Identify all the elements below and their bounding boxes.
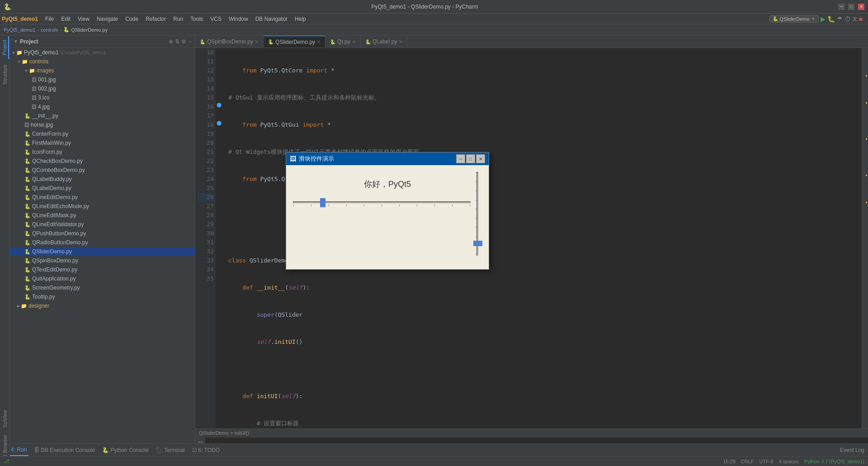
code-editor[interactable]: 10 11 12 13 14 15 16 17 18 19 20 21 22 2… xyxy=(195,48,868,428)
float-hslider-thumb[interactable] xyxy=(320,198,326,207)
float-hslider[interactable] xyxy=(293,201,471,203)
project-collapse-icon[interactable]: − xyxy=(188,38,191,45)
toolbar-coverage-button[interactable]: ☂ xyxy=(837,15,843,23)
maximize-button[interactable]: □ xyxy=(848,4,854,10)
tree-quitapp[interactable]: 🐍 QuitApplication.py xyxy=(10,274,195,283)
floating-dialog[interactable]: 🖼 滑块控件演示 ─ □ ✕ 你好，PyQt5 xyxy=(286,152,489,270)
menu-view[interactable]: View xyxy=(74,15,93,23)
menu-run[interactable]: Run xyxy=(170,15,187,23)
tree-iconform[interactable]: 🐍 IconForm.py xyxy=(10,147,195,157)
tree-quitapp-label: QuitApplication.py xyxy=(32,276,76,282)
sidebar-item-sciview[interactable]: SciView xyxy=(1,406,9,431)
tree-tooltip[interactable]: 🐍 Tooltip.py xyxy=(10,292,195,301)
float-minimize-button[interactable]: ─ xyxy=(456,154,465,163)
qslider-tab-label: QSliderDemo.py xyxy=(275,39,315,45)
terminal-label: Terminal xyxy=(164,447,184,453)
tree-qspinbox[interactable]: 🐍 QSpinBoxDemo.py xyxy=(10,256,195,265)
menu-file[interactable]: File xyxy=(42,15,57,23)
close-button[interactable]: ✕ xyxy=(858,4,864,10)
sidebar-item-structure[interactable]: Structure xyxy=(1,61,9,88)
float-maximize-button[interactable]: □ xyxy=(466,154,475,163)
tree-qlineeditecho[interactable]: 🐍 QLineEditEchoMode.py xyxy=(10,202,195,211)
tree-qslider-selected[interactable]: 🐍 QSliderDemo.py xyxy=(10,247,195,256)
tree-firstmainwin[interactable]: 🐍 FirstMainWin.py xyxy=(10,138,195,147)
tree-qcheckbox-label: QCheckBoxDemo.py xyxy=(32,158,83,164)
toolbar-profile-button[interactable]: ⏱ xyxy=(844,15,851,23)
tab-qlabel[interactable]: 🐍 QLabel.py ✕ xyxy=(361,36,408,48)
bottom-toolbar-python-console[interactable]: 🐍 Python Console xyxy=(100,444,151,456)
qt-tab-close-icon[interactable]: ✕ xyxy=(352,39,356,44)
tree-qpushbutton-label: QPushButtonDemo.py xyxy=(32,230,86,237)
menu-edit[interactable]: Edit xyxy=(57,15,74,23)
project-settings-icon[interactable]: ⚙ xyxy=(181,38,186,45)
tab-qt[interactable]: 🐍 Qt.py ✕ xyxy=(326,36,361,48)
bottom-toolbar-terminal[interactable]: ⬛ Terminal xyxy=(154,444,186,456)
menu-tools[interactable]: Tools xyxy=(187,15,207,23)
tree-centerform[interactable]: 🐍 CenterForm.py xyxy=(10,129,195,138)
float-vslider[interactable] xyxy=(473,172,482,256)
tree-init-py[interactable]: 🐍 __init__.py xyxy=(10,111,195,120)
minimize-button[interactable]: ─ xyxy=(838,4,844,10)
status-indent[interactable]: 4 spaces xyxy=(779,459,799,464)
tree-qlabelbuddy[interactable]: 🐍 QLabelBuddy.py xyxy=(10,175,195,184)
menu-code[interactable]: Code xyxy=(122,15,142,23)
menu-window[interactable]: Window xyxy=(225,15,252,23)
sidebar-item-project[interactable]: Project xyxy=(1,36,9,59)
bottom-toolbar-todo[interactable]: ☑ 6: TODO xyxy=(190,444,222,456)
float-vslider-thumb[interactable] xyxy=(473,241,482,246)
float-dialog-titlebar[interactable]: 🖼 滑块控件演示 ─ □ ✕ xyxy=(286,152,489,165)
code-line-12: from PyQt5.QtGui import * xyxy=(228,120,858,129)
float-close-button[interactable]: ✕ xyxy=(476,154,485,163)
tree-qlabeldemo[interactable]: 🐍 QLabelDemo.py xyxy=(10,184,195,193)
editor-scrollbar[interactable] xyxy=(862,48,868,428)
tree-horsejpg[interactable]: 🖼 horse.jpg xyxy=(10,120,195,129)
toolbar-run-button[interactable]: ▶ xyxy=(821,15,826,23)
tree-qtextedit[interactable]: 🐍 QTextEditDemo.py xyxy=(10,265,195,274)
qslider-tab-close-icon[interactable]: ✕ xyxy=(317,39,321,44)
tree-designer-folder[interactable]: ▶ 📁 designer xyxy=(10,301,195,310)
project-add-icon[interactable]: ⊕ xyxy=(169,38,173,45)
qspinbox-tab-close-icon[interactable]: ✕ xyxy=(255,39,259,44)
tree-002jpg[interactable]: 🖼 002.jpg xyxy=(10,84,195,93)
status-encoding[interactable]: UTF-8 xyxy=(760,459,774,464)
toolbar-stop-button[interactable]: ■ xyxy=(859,15,863,23)
gutter-breakpoint-icon[interactable]: ⬤ xyxy=(217,102,222,107)
tree-qradiobutton[interactable]: 🐍 QRadioButtonDemo.py xyxy=(10,238,195,247)
project-sync-icon[interactable]: ⇅ xyxy=(175,38,179,45)
tree-root[interactable]: ▼ 📁 PyQt5_demo1 E:\code\PyQt5_demo1 xyxy=(10,48,195,57)
tree-001jpg[interactable]: 🖼 001.jpg xyxy=(10,75,195,84)
toolbar-debug-button[interactable]: 🐛 xyxy=(827,15,835,23)
gutter-debug-icon[interactable]: ⬤ xyxy=(217,120,222,125)
tree-4jpg[interactable]: 🖼 4.jpg xyxy=(10,102,195,111)
menu-help[interactable]: Help xyxy=(291,15,310,23)
status-python-version[interactable]: Python 3.7 (PyQt5_demo1) xyxy=(804,459,864,464)
tree-screengeometry[interactable]: 🐍 ScreenGeometry.py xyxy=(10,283,195,292)
menu-db-navigator[interactable]: DB Navigator xyxy=(252,15,291,23)
event-log-label[interactable]: Event Log xyxy=(840,447,864,453)
menu-refactor[interactable]: Refactor xyxy=(142,15,170,23)
tab-qspinbox[interactable]: 🐍 QSpinBoxDemo.py ✕ xyxy=(195,36,264,48)
run-config-dropdown[interactable]: 🐍 QSliderDemo ▼ xyxy=(769,15,819,23)
toolbar-concurrency-button[interactable]: ⧖ xyxy=(853,15,857,23)
qlabel-tab-close-icon[interactable]: ✕ xyxy=(399,39,402,44)
tab-qslider[interactable]: 🐍 QSliderDemo.py ✕ xyxy=(264,36,326,48)
tree-3ico[interactable]: 🖼 3.ico xyxy=(10,93,195,102)
bottom-toolbar-db-console[interactable]: 🗄 DB Execution Console xyxy=(32,444,97,456)
project-panel: ▼ Project ⊕ ⇅ ⚙ − ▼ 📁 PyQt5_demo1 E:\cod… xyxy=(10,35,195,466)
breadcrumb-project[interactable]: PyQt5_demo1 xyxy=(4,27,35,33)
menu-navigate[interactable]: Navigate xyxy=(93,15,122,23)
tree-images-folder[interactable]: ▼ 📁 images xyxy=(10,66,195,75)
tree-qpushbutton[interactable]: 🐍 QPushButtonDemo.py xyxy=(10,229,195,238)
breadcrumb-controls[interactable]: controls xyxy=(41,27,58,33)
tree-qcheckbox[interactable]: 🐍 QCheckBoxDemo.py xyxy=(10,157,195,166)
image-file-icon: 🖼 xyxy=(32,77,37,82)
menu-vcs[interactable]: VCS xyxy=(207,15,225,23)
status-line-ending[interactable]: CRLF xyxy=(741,459,754,464)
tree-qcombobox[interactable]: 🐍 QComboBoxDemo.py xyxy=(10,166,195,175)
tree-qlineeditmask[interactable]: 🐍 QLineEditMask.py xyxy=(10,211,195,220)
status-position[interactable]: 15:29 xyxy=(723,459,736,464)
project-header-title: Project xyxy=(20,38,38,45)
tree-qlineedit[interactable]: 🐍 QLineEditDemo.py xyxy=(10,193,195,202)
tree-qlineeditvali[interactable]: 🐍 QLineEditValidator.py xyxy=(10,220,195,229)
tree-controls-folder[interactable]: ▼ 📁 controls xyxy=(10,57,195,66)
